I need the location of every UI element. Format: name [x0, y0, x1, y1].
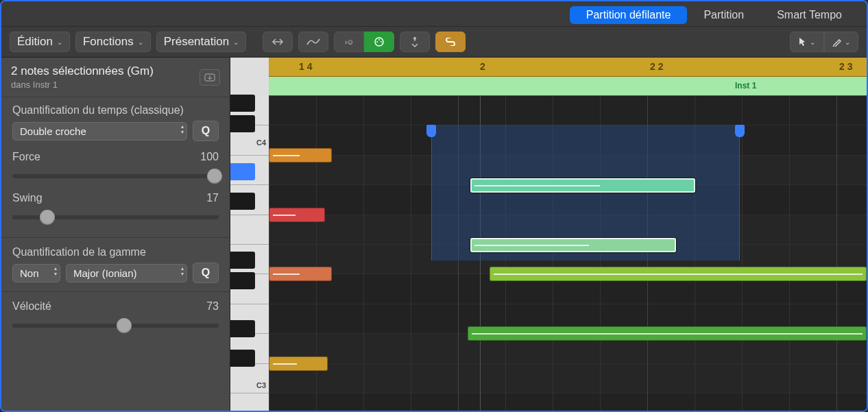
svg-point-1 — [376, 41, 378, 43]
ruler-mark: 1 4 — [299, 61, 312, 72]
scale-on-value: Non — [20, 267, 39, 279]
key-label-c3: C3 — [256, 381, 266, 409]
chevron-down-icon: ⌄ — [57, 38, 62, 46]
svg-point-4 — [413, 37, 416, 40]
scale-quantize-on-select[interactable]: Non ▴▾ — [12, 264, 60, 282]
velocity-label: Vélocité — [12, 300, 51, 313]
ruler-mark: 2 2 — [650, 61, 663, 72]
edit-menu[interactable]: Édition⌄ — [10, 32, 70, 52]
ruler-mark: 2 — [480, 61, 485, 72]
timeline-ruler[interactable]: 1 422 22 3 — [269, 58, 867, 77]
time-quantize-value: Double croche — [20, 125, 86, 137]
piano-black-key[interactable] — [230, 95, 255, 112]
stepper-arrows-icon: ▴▾ — [54, 266, 57, 277]
tab-score[interactable]: Partition — [687, 6, 760, 24]
piano-black-key[interactable] — [230, 115, 255, 132]
catch-playhead-button[interactable] — [200, 69, 220, 86]
strength-slider[interactable] — [12, 174, 219, 178]
stepper-arrows-icon: ▴▾ — [181, 124, 184, 135]
piano-keyboard[interactable]: C4C3 — [230, 58, 269, 411]
swing-value: 17 — [206, 192, 219, 204]
selection-handle[interactable] — [426, 125, 436, 137]
scale-quantize-now-button[interactable]: Q — [193, 263, 219, 283]
swing-slider[interactable] — [12, 215, 219, 219]
swing-label: Swing — [12, 192, 43, 204]
chevron-down-icon: ⌄ — [845, 38, 850, 46]
midi-note[interactable] — [269, 148, 332, 162]
chevron-down-icon: ⌄ — [810, 38, 815, 46]
link-icon-button[interactable] — [435, 32, 466, 52]
time-quantize-label: Quantification du temps (classique) — [12, 104, 184, 117]
midi-note[interactable] — [269, 356, 328, 371]
catch-icon-button[interactable] — [400, 32, 430, 52]
svg-point-0 — [375, 38, 383, 46]
scale-quantize-label: Quantification de la gamme — [12, 246, 146, 258]
selection-handle[interactable] — [735, 125, 745, 137]
midi-out-icon-button[interactable]: ›☺ — [334, 32, 364, 52]
automation-icon-button[interactable] — [298, 32, 328, 52]
slider-thumb[interactable] — [117, 318, 132, 333]
midi-note[interactable] — [470, 238, 676, 252]
midi-note[interactable] — [490, 267, 867, 281]
midi-note[interactable] — [470, 178, 695, 193]
strength-label: Force — [12, 151, 40, 163]
view-menu[interactable]: Présentation⌄ — [156, 32, 246, 52]
piano-black-key[interactable] — [230, 350, 255, 367]
piano-black-key[interactable] — [230, 320, 255, 337]
region-header[interactable]: Inst 1 — [269, 77, 867, 96]
slider-thumb[interactable] — [207, 169, 222, 184]
tab-piano-roll[interactable]: Partition défilante — [570, 6, 688, 24]
region-name: Inst 1 — [735, 81, 756, 90]
time-quantize-select[interactable]: Double croche ▴▾ — [12, 122, 187, 141]
tab-smart-tempo[interactable]: Smart Tempo — [760, 6, 858, 24]
piano-black-key[interactable] — [230, 163, 255, 180]
collapse-icon-button[interactable] — [263, 32, 293, 52]
svg-point-3 — [381, 41, 382, 43]
selection-title: 2 notes sélectionnées (Gm) — [11, 64, 154, 78]
chevron-down-icon: ⌄ — [138, 38, 143, 46]
key-label-c4: C4 — [256, 138, 266, 409]
velocity-slider[interactable] — [12, 324, 219, 328]
edit-menu-label: Édition — [17, 35, 53, 49]
scale-mode-select[interactable]: Major (Ionian) ▴▾ — [66, 264, 187, 282]
svg-point-2 — [378, 39, 380, 40]
stepper-arrows-icon: ▴▾ — [181, 266, 184, 277]
piano-black-key[interactable] — [230, 193, 255, 210]
midi-note[interactable] — [468, 326, 867, 341]
ruler-mark: 2 3 — [839, 61, 852, 72]
functions-menu-label: Fonctions — [83, 35, 134, 49]
functions-menu[interactable]: Fonctions⌄ — [75, 32, 151, 52]
pointer-tool[interactable]: ⌄ — [790, 32, 824, 52]
view-menu-label: Présentation — [164, 35, 229, 49]
piano-roll-grid[interactable]: 1 422 22 3 Inst 1 — [269, 58, 867, 411]
inspector-panel: 2 notes sélectionnées (Gm) dans Instr 1 … — [1, 58, 230, 411]
strength-value: 100 — [200, 151, 219, 163]
quantize-now-button[interactable]: Q — [193, 121, 219, 141]
midi-note[interactable] — [269, 208, 325, 222]
selection-subtitle: dans Instr 1 — [11, 80, 154, 90]
velocity-value: 73 — [206, 300, 219, 313]
chevron-down-icon: ⌄ — [233, 38, 239, 46]
midi-in-icon-button[interactable] — [364, 32, 394, 52]
piano-black-key[interactable] — [230, 252, 255, 269]
slider-thumb[interactable] — [40, 210, 55, 225]
piano-black-key[interactable] — [230, 272, 255, 289]
midi-note[interactable] — [269, 267, 332, 281]
pencil-tool[interactable]: ⌄ — [824, 32, 858, 52]
scale-mode-value: Major (Ionian) — [73, 267, 137, 279]
